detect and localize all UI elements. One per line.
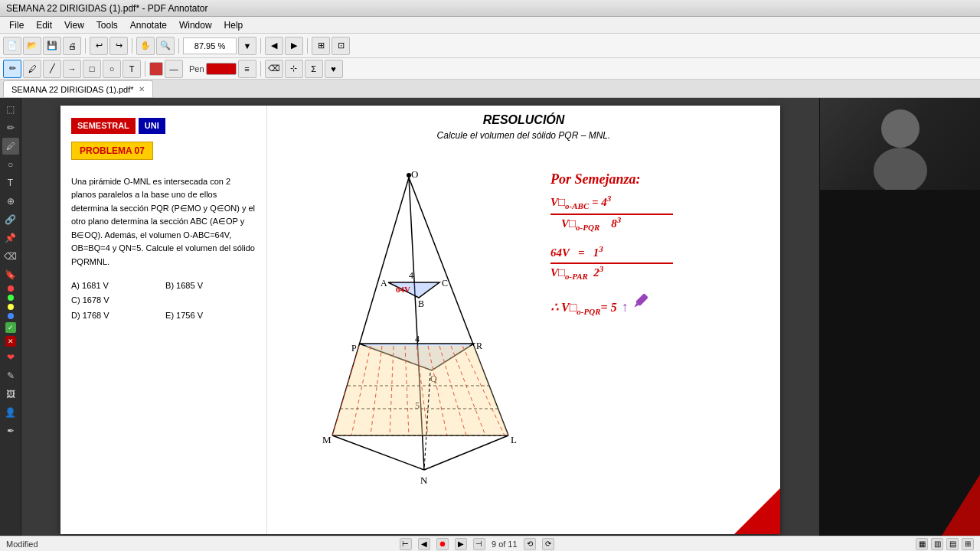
print-btn[interactable]: 🖨 (63, 37, 81, 55)
hand-btn[interactable]: ✋ (136, 37, 155, 55)
tool-note[interactable]: 📌 (2, 230, 19, 246)
svg-marker-36 (332, 346, 508, 435)
prev-page-btn[interactable]: ◀ (265, 37, 283, 55)
menu-tools[interactable]: Tools (90, 18, 124, 32)
svg-text:C: C (442, 278, 448, 289)
tool-photo[interactable]: 🖼 (2, 386, 19, 403)
text-tool-btn[interactable]: T (122, 60, 141, 78)
line-style-btn[interactable]: — (165, 60, 183, 78)
color-checkmark[interactable]: ✓ (5, 322, 16, 333)
line-tool-btn[interactable]: ╱ (43, 60, 61, 78)
option-c: C) 1678 V (71, 293, 163, 308)
thickness-btn[interactable]: ≡ (238, 60, 256, 78)
last-page-btn[interactable]: ⊣ (473, 538, 485, 550)
pen-tool-btn[interactable]: ✏ (3, 60, 21, 78)
menu-view[interactable]: View (58, 18, 90, 32)
tool-eraser[interactable]: ⌫ (2, 248, 19, 265)
option-a: A) 1681 V (71, 279, 163, 294)
menu-annotate[interactable]: Annotate (124, 18, 173, 32)
document-area[interactable]: SEMESTRAL UNI PROBLEMA 07 Una pirámide O… (21, 98, 819, 536)
red-corner-decoration (734, 488, 780, 534)
problem-column: SEMESTRAL UNI PROBLEMA 07 Una pirámide O… (60, 106, 267, 534)
svg-text:M: M (322, 434, 332, 445)
color-cross[interactable]: ✕ (5, 336, 16, 347)
annotation-toolbar: ✏ 🖊 ╱ → □ ○ T — Pen ≡ ⌫ ⊹ Σ ♥ (0, 58, 980, 80)
option-b: B) 1685 V (165, 279, 203, 294)
badge-problema: PROBLEMA 07 (71, 142, 153, 160)
option-e: E) 1756 V (165, 308, 203, 324)
next-page-nav-btn[interactable]: ▶ (455, 538, 467, 550)
highlighter-btn[interactable]: 🖊 (23, 60, 41, 78)
svg-point-41 (874, 148, 927, 190)
arrow-tool-btn[interactable]: → (63, 60, 81, 78)
sep6 (145, 61, 145, 77)
color-red[interactable] (8, 285, 14, 292)
view-mode-btn2[interactable]: ▥ (931, 538, 943, 550)
statusbar-modified: Modified (6, 540, 38, 549)
tool-user[interactable]: 👤 (2, 404, 19, 421)
forward-btn[interactable]: ⟳ (542, 538, 554, 550)
svg-text:O: O (411, 168, 418, 180)
svg-text:N: N (420, 474, 428, 486)
menu-edit[interactable]: Edit (30, 18, 58, 32)
statusbar: Modified ⊢ ◀ ⏺ ▶ ⊣ 9 of 11 ⟲ ⟳ ▦ ▥ ▤ ⊞ (0, 536, 980, 551)
zoom-apply-btn[interactable]: ▼ (238, 37, 256, 55)
first-page-btn[interactable]: ⊢ (400, 538, 412, 550)
sigma-btn[interactable]: Σ (305, 60, 323, 78)
main-area: ⬚ ✏ 🖊 ○ T ⊕ 🔗 📌 ⌫ 🔖 ✓ ✕ ❤ ✎ 🖼 👤 ✒ SEMEST… (0, 98, 980, 536)
sep7 (260, 61, 261, 77)
annotations-area: Por Semejanza: V□o-ABC = 43 V□o-PQR 83 (550, 148, 765, 495)
zoom-in-btn[interactable]: 🔍 (156, 37, 175, 55)
tool-highlighter[interactable]: 🖊 (2, 138, 19, 155)
tool-pen[interactable]: ✏ (2, 119, 19, 136)
tool-link[interactable]: 🔗 (2, 211, 19, 228)
tool-shapes[interactable]: ○ (2, 156, 19, 173)
select-btn[interactable]: ⊹ (285, 60, 303, 78)
resolution-title: RESOLUCIÓN (283, 113, 765, 127)
color-yellow[interactable] (8, 304, 14, 310)
menu-help[interactable]: Help (218, 18, 250, 32)
menu-file[interactable]: File (3, 18, 30, 32)
tab-document[interactable]: SEMANA 22 DIRIGIDAS (1).pdf* ✕ (3, 80, 153, 97)
color-green[interactable] (8, 295, 14, 301)
open-btn[interactable]: 📂 (23, 37, 41, 55)
view-mode-btn3[interactable]: ▤ (946, 538, 959, 550)
zoom-input[interactable]: 87.95 % (183, 37, 237, 54)
view-mode-btn1[interactable]: ▦ (916, 538, 928, 550)
svg-text:R: R (476, 341, 482, 351)
fit-width-btn[interactable]: ⊞ (312, 37, 330, 55)
tool-star[interactable]: ❤ (2, 349, 19, 366)
new-btn[interactable]: 📄 (3, 37, 21, 55)
next-page-btn[interactable]: ▶ (285, 37, 303, 55)
svg-text:4: 4 (409, 270, 413, 281)
svg-line-5 (332, 435, 424, 470)
titlebar: SEMANA 22 DIRIGIDAS (1).pdf* - PDF Annot… (0, 0, 980, 17)
camera-placeholder (820, 98, 980, 190)
prev-page-nav-btn[interactable]: ◀ (418, 538, 430, 550)
tool-text[interactable]: T (2, 174, 19, 191)
color-picker-btn[interactable] (149, 62, 163, 76)
back-btn[interactable]: ⟲ (524, 538, 536, 550)
redo-btn[interactable]: ↪ (109, 37, 128, 55)
undo-btn[interactable]: ↩ (90, 37, 108, 55)
sep2 (132, 38, 132, 54)
heart-btn[interactable]: ♥ (325, 60, 343, 78)
rect-tool-btn[interactable]: □ (83, 60, 101, 78)
menu-window[interactable]: Window (173, 18, 218, 32)
circle-tool-btn[interactable]: ○ (103, 60, 121, 78)
fit-page-btn[interactable]: ⊡ (332, 37, 350, 55)
pen-color-btn[interactable] (206, 63, 237, 75)
tool-stamp[interactable]: ⊕ (2, 193, 19, 210)
record-btn[interactable]: ⏺ (436, 538, 449, 550)
tool-bookmark[interactable]: 🔖 (2, 266, 19, 283)
save-btn[interactable]: 💾 (43, 37, 61, 55)
statusbar-right: ▦ ▥ ▤ ⊞ (916, 538, 974, 550)
color-blue[interactable] (8, 313, 14, 319)
eraser-btn[interactable]: ⌫ (265, 60, 283, 78)
sep5 (307, 38, 308, 54)
tool-cursor[interactable]: ⬚ (2, 101, 19, 118)
tool-draw[interactable]: ✒ (2, 422, 19, 439)
tab-close-btn[interactable]: ✕ (139, 85, 145, 93)
tool-edit[interactable]: ✎ (2, 367, 19, 384)
view-mode-btn4[interactable]: ⊞ (962, 538, 974, 550)
